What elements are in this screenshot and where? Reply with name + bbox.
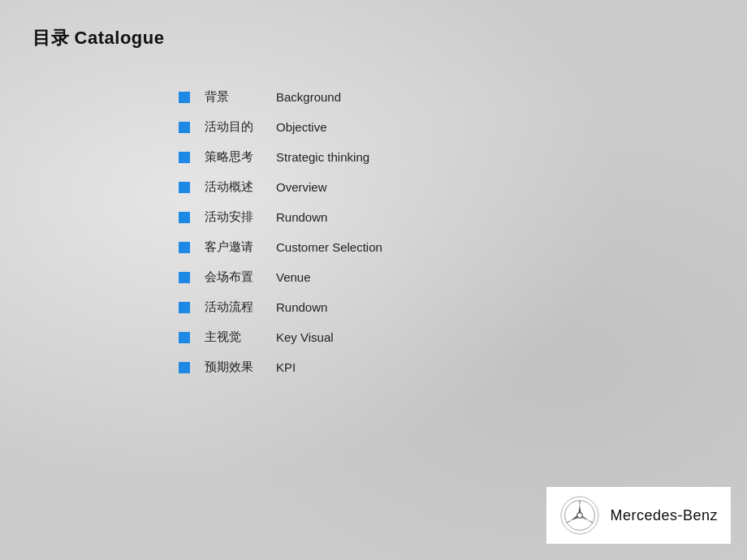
mercedes-logo-icon — [559, 495, 600, 536]
list-item: 客户邀请Customer Selection — [179, 239, 382, 255]
bullet-icon — [179, 122, 190, 133]
chinese-label: 策略思考 — [205, 149, 270, 165]
list-item: 策略思考Strategic thinking — [179, 149, 382, 165]
list-item: 预期效果KPI — [179, 360, 382, 375]
bullet-icon — [179, 242, 190, 253]
bullet-icon — [179, 362, 190, 373]
bullet-icon — [179, 332, 190, 343]
list-item: 活动安排Rundown — [179, 209, 382, 225]
page-title: 目录 Catalogue — [32, 26, 164, 50]
english-label: Background — [276, 90, 341, 104]
chinese-label: 预期效果 — [205, 360, 270, 375]
bullet-icon — [179, 302, 190, 313]
english-label: Objective — [276, 120, 327, 134]
logo-area: Mercedes-Benz — [546, 487, 731, 544]
chinese-label: 活动概述 — [205, 179, 270, 195]
list-item: 会场布置Venue — [179, 269, 382, 285]
chinese-label: 客户邀请 — [205, 239, 270, 255]
brand-name: Mercedes-Benz — [610, 507, 718, 524]
english-label: Rundown — [276, 210, 327, 224]
list-item: 主视觉Key Visual — [179, 330, 382, 345]
bullet-icon — [179, 212, 190, 223]
list-item: 活动流程Rundown — [179, 299, 382, 315]
chinese-label: 活动流程 — [205, 299, 270, 315]
chinese-label: 活动目的 — [205, 119, 270, 135]
bullet-icon — [179, 92, 190, 103]
english-label: Customer Selection — [276, 240, 382, 254]
english-label: Rundown — [276, 300, 327, 314]
english-label: Key Visual — [276, 330, 334, 344]
english-label: Strategic thinking — [276, 150, 369, 164]
english-label: KPI — [276, 360, 296, 374]
chinese-label: 会场布置 — [205, 269, 270, 285]
chinese-label: 主视觉 — [205, 330, 270, 345]
bullet-icon — [179, 272, 190, 283]
list-item: 活动目的Objective — [179, 119, 382, 135]
chinese-label: 背景 — [205, 89, 270, 105]
bullet-icon — [179, 152, 190, 163]
english-label: Overview — [276, 180, 327, 194]
list-item: 活动概述Overview — [179, 179, 382, 195]
catalogue-list: 背景Background活动目的Objective策略思考Strategic t… — [179, 89, 382, 390]
english-label: Venue — [276, 270, 311, 284]
chinese-label: 活动安排 — [205, 209, 270, 225]
bullet-icon — [179, 182, 190, 193]
page: 目录 Catalogue 背景Background活动目的Objective策略… — [0, 0, 747, 560]
list-item: 背景Background — [179, 89, 382, 105]
